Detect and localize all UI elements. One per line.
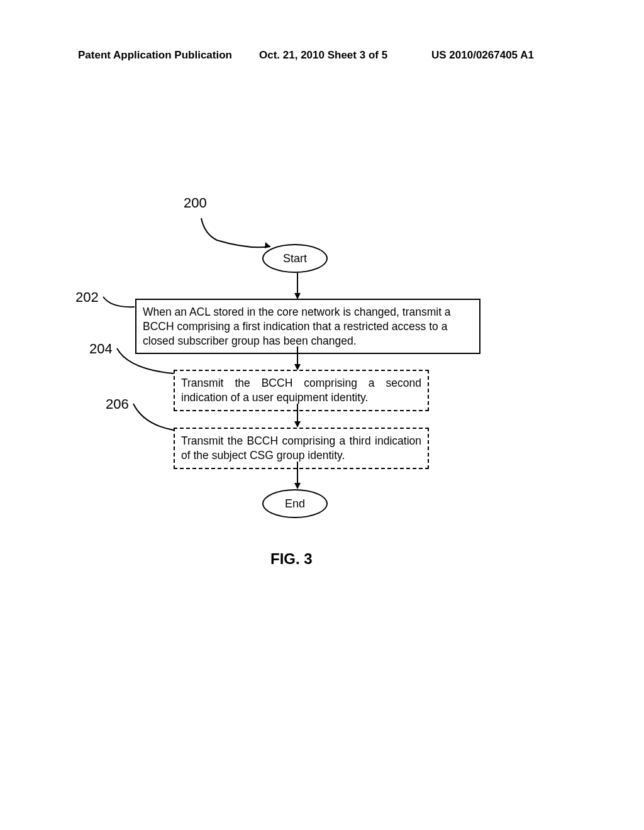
step-202-text: When an ACL stored in the core network i…: [143, 306, 451, 347]
svg-marker-0: [265, 242, 270, 248]
reference-numeral-204: 204: [89, 341, 113, 357]
step-204-text: Transmit the BCCH comprising a second in…: [181, 377, 421, 404]
leader-line-202: [102, 296, 140, 314]
end-label: End: [285, 497, 305, 511]
flowchart-start: Start: [262, 244, 328, 273]
leader-line-206: [132, 402, 177, 434]
leader-line-200: [198, 215, 274, 253]
header-publication-type: Patent Application Publication: [78, 49, 232, 62]
arrow-202-to-204: [294, 346, 301, 372]
reference-numeral-200: 200: [184, 195, 207, 211]
flowchart-step-204: Transmit the BCCH comprising a second in…: [174, 370, 429, 411]
flowchart-end: End: [262, 489, 328, 518]
arrow-204-to-206: [294, 404, 301, 429]
svg-marker-6: [294, 421, 301, 428]
flowchart-step-202: When an ACL stored in the core network i…: [135, 299, 480, 354]
arrow-206-to-end: [294, 462, 301, 490]
flowchart-step-206: Transmit the BCCH comprising a third ind…: [174, 428, 429, 469]
start-label: Start: [283, 252, 307, 265]
svg-marker-8: [294, 483, 301, 489]
header-date-sheet: Oct. 21, 2010 Sheet 3 of 5: [259, 49, 387, 62]
arrow-start-to-202: [294, 273, 301, 301]
step-206-text: Transmit the BCCH comprising a third ind…: [181, 434, 421, 462]
figure-caption: FIG. 3: [270, 550, 313, 568]
leader-line-204: [116, 347, 176, 379]
header-publication-number: US 2010/0267405 A1: [431, 49, 534, 62]
reference-numeral-202: 202: [75, 289, 99, 306]
reference-numeral-206: 206: [106, 396, 129, 412]
